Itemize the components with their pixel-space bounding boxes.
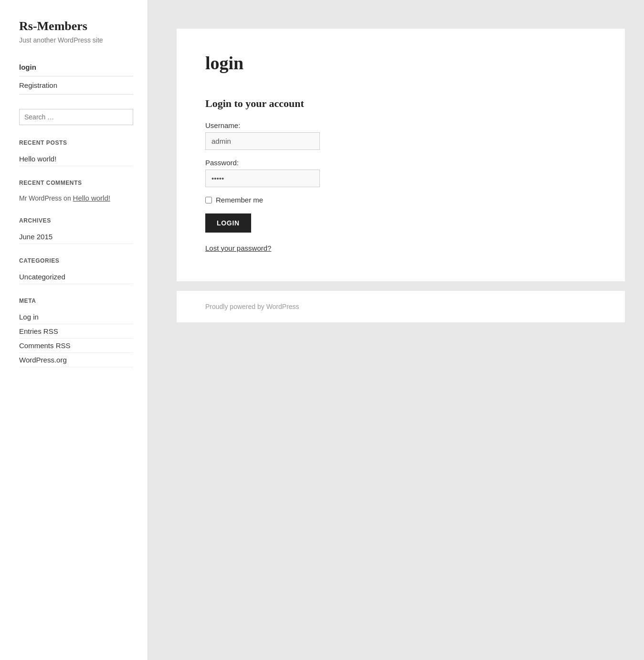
- meta-login[interactable]: Log in: [19, 310, 133, 324]
- password-input[interactable]: [205, 170, 320, 187]
- login-form: Username: Password: Remember me LOGIN Lo…: [205, 121, 396, 253]
- categories-section: CATEGORIES Uncategorized: [19, 257, 133, 284]
- password-label: Password:: [205, 159, 396, 167]
- footer-text: Proudly powered by WordPress: [205, 303, 299, 310]
- meta-section: META Log in Entries RSS Comments RSS Wor…: [19, 298, 133, 367]
- login-button[interactable]: LOGIN: [205, 213, 251, 233]
- archives-section: ARCHIVES June 2015: [19, 217, 133, 244]
- username-input[interactable]: [205, 132, 320, 150]
- sidebar-nav: login Registration: [19, 58, 133, 95]
- comment-author: Mr WordPress: [19, 194, 62, 202]
- recent-posts-section: RECENT POSTS Hello world!: [19, 139, 133, 166]
- comment-on: on: [63, 194, 71, 202]
- login-section-title: Login to your account: [205, 97, 596, 110]
- archive-item[interactable]: June 2015: [19, 230, 133, 244]
- password-group: Password:: [205, 159, 396, 187]
- recent-post-item[interactable]: Hello world!: [19, 152, 133, 166]
- main-content: login Login to your account Username: Pa…: [148, 0, 644, 660]
- sidebar: Rs-Members Just another WordPress site l…: [0, 0, 148, 660]
- search-input[interactable]: [19, 109, 133, 125]
- meta-entries-rss[interactable]: Entries RSS: [19, 324, 133, 339]
- categories-title: CATEGORIES: [19, 257, 133, 264]
- comment-entry: Mr WordPress on Hello world!: [19, 192, 133, 204]
- remember-label: Remember me: [216, 196, 263, 204]
- remember-row: Remember me: [205, 196, 396, 204]
- username-group: Username:: [205, 121, 396, 150]
- meta-title: META: [19, 298, 133, 304]
- site-tagline: Just another WordPress site: [19, 36, 133, 44]
- comment-post-link[interactable]: Hello world!: [73, 194, 110, 202]
- footer-card: Proudly powered by WordPress: [177, 291, 625, 322]
- sidebar-item-registration[interactable]: Registration: [19, 76, 133, 95]
- username-label: Username:: [205, 121, 396, 129]
- recent-comments-section: RECENT COMMENTS Mr WordPress on Hello wo…: [19, 180, 133, 204]
- category-item[interactable]: Uncategorized: [19, 270, 133, 284]
- lost-password-wrap: Lost your password?: [205, 244, 396, 253]
- sidebar-item-login[interactable]: login: [19, 58, 133, 76]
- recent-comments-title: RECENT COMMENTS: [19, 180, 133, 186]
- remember-checkbox[interactable]: [205, 197, 212, 203]
- meta-comments-rss[interactable]: Comments RSS: [19, 339, 133, 353]
- lost-password-link[interactable]: Lost your password?: [205, 244, 271, 252]
- recent-posts-title: RECENT POSTS: [19, 139, 133, 146]
- page-title: login: [205, 53, 596, 74]
- archives-title: ARCHIVES: [19, 217, 133, 224]
- content-card: login Login to your account Username: Pa…: [177, 29, 625, 281]
- search-box-wrap: [19, 109, 133, 125]
- meta-wordpress-org[interactable]: WordPress.org: [19, 353, 133, 367]
- site-title: Rs-Members: [19, 19, 133, 33]
